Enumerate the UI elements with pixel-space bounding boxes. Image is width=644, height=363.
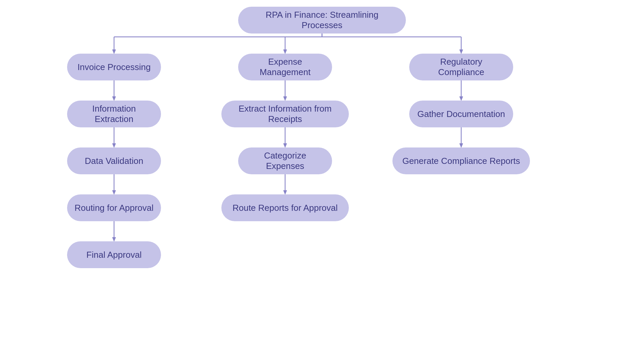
svg-marker-24 <box>460 97 463 101</box>
invoice-processing-node: Invoice Processing <box>67 54 161 80</box>
extract-receipts-node: Extract Information from Receipts <box>221 101 349 127</box>
svg-marker-16 <box>112 237 116 241</box>
diagram: RPA in Finance: Streamlining Processes I… <box>0 0 644 363</box>
categorize-expenses-node: Categorize Expenses <box>238 147 332 174</box>
generate-compliance-reports-node: Generate Compliance Reports <box>392 147 530 174</box>
final-approval-node: Final Approval <box>67 241 161 268</box>
svg-marker-22 <box>283 190 287 194</box>
gather-documentation-node: Gather Documentation <box>409 101 513 127</box>
data-validation-node: Data Validation <box>67 147 161 174</box>
svg-marker-5 <box>283 50 287 54</box>
svg-marker-26 <box>460 143 463 147</box>
routing-approval-node: Routing for Approval <box>67 194 161 221</box>
svg-marker-7 <box>460 50 463 54</box>
regulatory-compliance-node: Regulatory Compliance <box>409 54 513 80</box>
svg-marker-10 <box>112 97 116 101</box>
svg-marker-14 <box>112 190 116 194</box>
svg-marker-18 <box>283 97 287 101</box>
svg-marker-20 <box>283 143 287 147</box>
expense-management-node: Expense Management <box>238 54 332 80</box>
root-node: RPA in Finance: Streamlining Processes <box>238 7 406 34</box>
svg-marker-3 <box>112 50 116 54</box>
information-extraction-node: Information Extraction <box>67 101 161 127</box>
route-reports-approval-node: Route Reports for Approval <box>221 194 349 221</box>
svg-marker-12 <box>112 143 116 147</box>
